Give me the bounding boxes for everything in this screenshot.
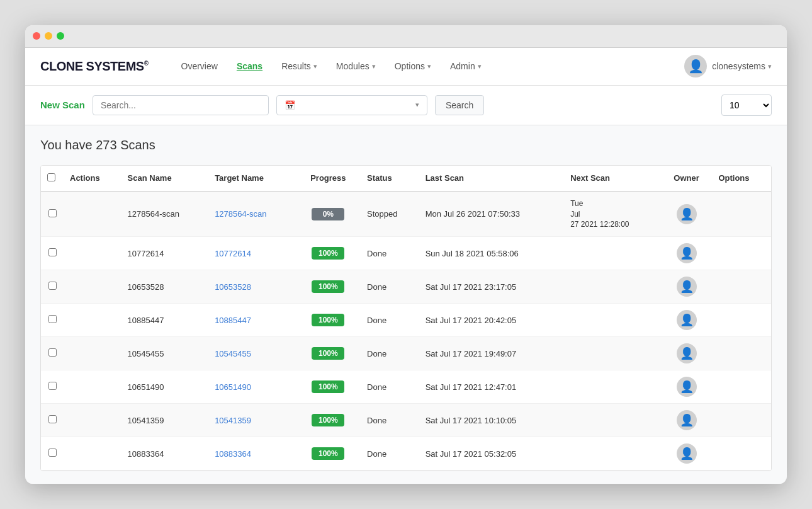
row-checkbox[interactable] bbox=[48, 382, 57, 390]
target-link[interactable]: 10541359 bbox=[215, 416, 251, 425]
nav-admin[interactable]: Admin ▾ bbox=[443, 57, 489, 75]
row-next-scan bbox=[564, 304, 660, 337]
search-input[interactable] bbox=[93, 95, 269, 115]
th-status: Status bbox=[361, 166, 419, 192]
target-link[interactable]: 1278564-scan bbox=[215, 209, 266, 219]
th-target-name: Target Name bbox=[208, 166, 296, 192]
row-checkbox[interactable] bbox=[48, 248, 57, 256]
table-row: 1278564-scan 1278564-scan 0% Stopped Mon… bbox=[41, 192, 771, 237]
row-next-scan bbox=[564, 237, 660, 270]
nav-overview[interactable]: Overview bbox=[174, 57, 225, 75]
row-checkbox[interactable] bbox=[48, 209, 57, 217]
row-next-scan bbox=[564, 437, 660, 471]
th-last-scan: Last Scan bbox=[419, 166, 565, 192]
admin-chevron: ▾ bbox=[478, 62, 482, 71]
table-header-row: Actions Scan Name Target Name Progress S… bbox=[41, 166, 771, 192]
scans-table: Actions Scan Name Target Name Progress S… bbox=[41, 166, 771, 471]
minimize-dot[interactable] bbox=[45, 32, 52, 40]
row-last-scan: Sat Jul 17 2021 23:17:05 bbox=[419, 270, 565, 304]
row-checkbox-cell bbox=[41, 437, 64, 471]
row-checkbox[interactable] bbox=[48, 415, 57, 423]
row-owner: 👤 bbox=[661, 404, 713, 437]
target-link[interactable]: 10545455 bbox=[215, 349, 251, 358]
row-progress: 100% bbox=[296, 304, 361, 337]
row-last-scan: Sat Jul 17 2021 05:32:05 bbox=[419, 437, 565, 471]
main-content: You have 273 Scans Actions Scan Name Tar… bbox=[25, 125, 787, 484]
row-checkbox-cell bbox=[41, 337, 64, 370]
owner-avatar: 👤 bbox=[677, 204, 697, 224]
toolbar: New Scan 📅 ▾ Search 10 25 50 100 bbox=[25, 86, 787, 125]
row-next-scan bbox=[564, 370, 660, 404]
row-scan-name: 10885447 bbox=[121, 304, 209, 337]
owner-avatar-icon: 👤 bbox=[680, 380, 694, 394]
row-target-name: 10653528 bbox=[208, 270, 296, 304]
row-checkbox[interactable] bbox=[48, 449, 57, 457]
close-dot[interactable] bbox=[33, 32, 40, 40]
progress-badge: 100% bbox=[312, 347, 344, 360]
progress-badge: 100% bbox=[312, 247, 344, 260]
row-scan-name: 10651490 bbox=[121, 370, 209, 404]
user-label[interactable]: clonesystems ▾ bbox=[712, 61, 772, 71]
row-progress: 0% bbox=[296, 192, 361, 237]
titlebar bbox=[25, 25, 787, 48]
row-options bbox=[712, 192, 771, 237]
owner-avatar-icon: 👤 bbox=[680, 246, 694, 260]
nav-results[interactable]: Results ▾ bbox=[274, 57, 325, 75]
nav-options[interactable]: Options ▾ bbox=[387, 57, 439, 75]
row-status: Done bbox=[361, 337, 419, 370]
search-button[interactable]: Search bbox=[435, 95, 484, 115]
nav-scans[interactable]: Scans bbox=[229, 57, 270, 75]
user-avatar[interactable]: 👤 bbox=[684, 55, 707, 77]
row-owner: 👤 bbox=[661, 304, 713, 337]
th-scan-name: Scan Name bbox=[121, 166, 209, 192]
owner-avatar: 👤 bbox=[677, 443, 697, 464]
maximize-dot[interactable] bbox=[57, 32, 64, 40]
row-options bbox=[712, 237, 771, 270]
row-options bbox=[712, 437, 771, 471]
owner-avatar: 👤 bbox=[677, 343, 697, 363]
progress-badge: 0% bbox=[312, 208, 344, 220]
per-page-select[interactable]: 10 25 50 100 bbox=[721, 94, 772, 116]
new-scan-button[interactable]: New Scan bbox=[40, 97, 85, 113]
window-controls bbox=[33, 32, 64, 40]
owner-avatar-icon: 👤 bbox=[680, 280, 694, 294]
row-status: Stopped bbox=[361, 192, 419, 237]
modules-chevron: ▾ bbox=[372, 62, 376, 71]
row-checkbox[interactable] bbox=[48, 282, 57, 290]
row-options bbox=[712, 404, 771, 437]
date-picker[interactable]: 📅 ▾ bbox=[276, 95, 427, 115]
row-next-scan bbox=[564, 404, 660, 437]
target-link[interactable]: 10653528 bbox=[215, 282, 251, 292]
th-progress: Progress bbox=[296, 166, 361, 192]
row-target-name: 10772614 bbox=[208, 237, 296, 270]
row-target-name: 10885447 bbox=[208, 304, 296, 337]
table-row: 10772614 10772614 100% Done Sun Jul 18 2… bbox=[41, 237, 771, 270]
table-row: 10545455 10545455 100% Done Sat Jul 17 2… bbox=[41, 337, 771, 370]
target-link[interactable]: 10651490 bbox=[215, 382, 251, 392]
row-owner: 👤 bbox=[661, 437, 713, 471]
target-link[interactable]: 10885447 bbox=[215, 316, 251, 325]
row-last-scan: Sat Jul 17 2021 10:10:05 bbox=[419, 404, 565, 437]
row-checkbox[interactable] bbox=[48, 348, 57, 357]
owner-avatar-icon: 👤 bbox=[680, 207, 694, 221]
target-link[interactable]: 10883364 bbox=[215, 449, 251, 459]
scans-table-wrap: Actions Scan Name Target Name Progress S… bbox=[40, 165, 772, 471]
target-link[interactable]: 10772614 bbox=[215, 249, 251, 258]
scan-count: You have 273 Scans bbox=[40, 138, 772, 152]
th-options: Options bbox=[712, 166, 771, 192]
row-scan-name: 10653528 bbox=[121, 270, 209, 304]
logo: CLONE SYSTEMS® bbox=[40, 59, 149, 74]
nav-right: 👤 clonesystems ▾ bbox=[684, 55, 772, 77]
row-actions-cell bbox=[64, 237, 121, 270]
select-all-checkbox[interactable] bbox=[47, 173, 55, 181]
table-row: 10885447 10885447 100% Done Sat Jul 17 2… bbox=[41, 304, 771, 337]
row-target-name: 10651490 bbox=[208, 370, 296, 404]
row-checkbox[interactable] bbox=[48, 315, 57, 323]
row-options bbox=[712, 304, 771, 337]
next-scan-text: TueJul27 2021 12:28:00 bbox=[570, 199, 629, 229]
row-actions-cell bbox=[64, 337, 121, 370]
nav-modules[interactable]: Modules ▾ bbox=[329, 57, 383, 75]
table-row: 10653528 10653528 100% Done Sat Jul 17 2… bbox=[41, 270, 771, 304]
date-chevron: ▾ bbox=[415, 101, 419, 109]
row-checkbox-cell bbox=[41, 370, 64, 404]
